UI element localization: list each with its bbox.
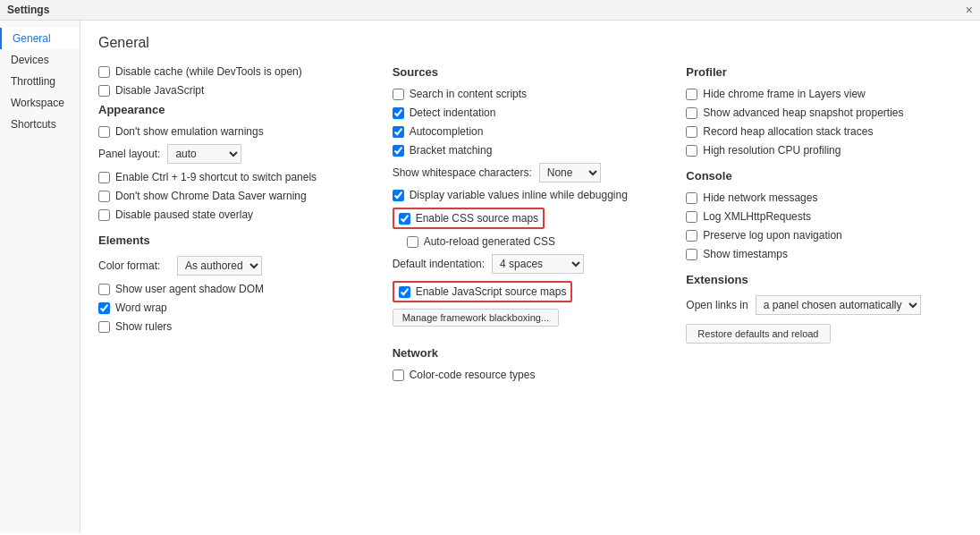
high-resolution-cpu-checkbox[interactable] bbox=[686, 145, 697, 157]
col3: Profiler Hide chrome frame in Layers vie… bbox=[686, 65, 962, 387]
record-heap-allocation-row: Record heap allocation stack traces bbox=[686, 125, 962, 138]
disable-cache-checkbox[interactable] bbox=[98, 66, 110, 78]
hide-chrome-frame-row: Hide chrome frame in Layers view bbox=[686, 88, 962, 100]
close-button[interactable]: × bbox=[966, 4, 973, 16]
dont-show-chrome-data-saver-row: Don't show Chrome Data Saver warning bbox=[98, 190, 375, 202]
autocompletion-checkbox[interactable] bbox=[393, 126, 404, 138]
sidebar-item-general[interactable]: General bbox=[0, 28, 80, 49]
bracket-matching-row: Bracket matching bbox=[393, 144, 669, 157]
search-content-scripts-label: Search in content scripts bbox=[410, 88, 527, 100]
whitespace-row: Show whitespace characters: None All Tra… bbox=[393, 163, 669, 183]
default-indentation-label: Default indentation: bbox=[393, 258, 485, 270]
settings-title: Settings bbox=[7, 4, 49, 16]
console-section: Console Hide network messagesLog XMLHttp… bbox=[686, 169, 962, 260]
open-links-label: Open links in bbox=[686, 299, 748, 311]
extensions-section: Extensions Open links in a panel chosen … bbox=[686, 273, 962, 344]
disable-paused-state-label: Disable paused state overlay bbox=[115, 208, 253, 221]
detect-indentation-checkbox[interactable] bbox=[393, 107, 404, 119]
main-content: General Disable cache (while DevTools is… bbox=[80, 21, 980, 532]
disable-js-label: Disable JavaScript bbox=[115, 84, 204, 97]
record-heap-allocation-label: Record heap allocation stack traces bbox=[703, 125, 873, 138]
enable-css-source-maps-checkbox[interactable] bbox=[399, 213, 410, 225]
enable-css-source-maps-box: Enable CSS source maps bbox=[393, 208, 545, 229]
hide-network-messages-row: Hide network messages bbox=[686, 191, 962, 204]
whitespace-select[interactable]: None All Trailing bbox=[539, 163, 601, 183]
color-code-resource-checkbox[interactable] bbox=[393, 369, 404, 381]
network-title: Network bbox=[393, 346, 669, 360]
elements-title: Elements bbox=[98, 234, 375, 247]
panel-layout-select[interactable]: auto horizontal vertical bbox=[167, 144, 241, 164]
high-resolution-cpu-row: High resolution CPU profiling bbox=[686, 144, 962, 157]
color-code-resource-label: Color-code resource types bbox=[410, 369, 536, 381]
dont-show-chrome-data-saver-checkbox[interactable] bbox=[98, 191, 110, 202]
word-wrap-label: Word wrap bbox=[115, 301, 167, 314]
show-advanced-heap-label: Show advanced heap snapshot properties bbox=[703, 106, 903, 119]
manage-blackboxing-row: Manage framework blackboxing... bbox=[393, 309, 669, 335]
display-variable-values-row: Display variable values inline while deb… bbox=[393, 189, 669, 201]
hide-chrome-frame-label: Hide chrome frame in Layers view bbox=[703, 88, 865, 100]
word-wrap-checkbox[interactable] bbox=[98, 302, 110, 314]
auto-reload-css-label: Auto-reload generated CSS bbox=[424, 235, 555, 248]
dont-show-emulation-checkbox[interactable] bbox=[98, 126, 110, 138]
enable-ctrl-1-9-label: Enable Ctrl + 1-9 shortcut to switch pan… bbox=[115, 171, 317, 183]
restore-defaults-button[interactable]: Restore defaults and reload bbox=[686, 324, 830, 344]
auto-reload-css-checkbox[interactable] bbox=[407, 236, 418, 248]
enable-js-source-maps-checkbox[interactable] bbox=[399, 286, 410, 298]
color-format-label: Color format: bbox=[98, 259, 170, 272]
disable-js-checkbox[interactable] bbox=[98, 85, 110, 97]
record-heap-allocation-checkbox[interactable] bbox=[686, 126, 697, 138]
disable-js-row: Disable JavaScript bbox=[98, 84, 375, 97]
sidebar-item-shortcuts[interactable]: Shortcuts bbox=[0, 114, 80, 135]
hide-network-messages-checkbox[interactable] bbox=[686, 192, 697, 204]
color-format-row: Color format: As authored HEX RGB HSL bbox=[98, 256, 375, 276]
display-variable-values-checkbox[interactable] bbox=[393, 190, 404, 201]
enable-css-source-maps-label: Enable CSS source maps bbox=[416, 212, 538, 225]
dont-show-emulation-row: Don't show emulation warnings bbox=[98, 125, 375, 138]
display-variable-values-label: Display variable values inline while deb… bbox=[410, 189, 628, 201]
detect-indentation-row: Detect indentation bbox=[393, 106, 669, 119]
hide-network-messages-label: Hide network messages bbox=[703, 191, 817, 204]
panel-layout-label: Panel layout: bbox=[98, 148, 160, 160]
col2: Sources Search in content scriptsDetect … bbox=[393, 65, 669, 387]
show-user-agent-shadow-checkbox[interactable] bbox=[98, 284, 110, 295]
detect-indentation-label: Detect indentation bbox=[410, 106, 496, 119]
col1-top-checkboxes: Disable cache (while DevTools is open)Di… bbox=[98, 65, 375, 97]
default-indentation-select[interactable]: 2 spaces 4 spaces 8 spaces Tab character bbox=[492, 254, 584, 274]
default-indentation-row: Default indentation: 2 spaces 4 spaces 8… bbox=[393, 254, 669, 274]
dont-show-emulation-label: Don't show emulation warnings bbox=[115, 125, 264, 138]
show-timestamps-label: Show timestamps bbox=[703, 248, 788, 260]
page-title: General bbox=[98, 35, 962, 51]
show-user-agent-shadow-label: Show user agent shadow DOM bbox=[115, 283, 264, 295]
log-xmlhttp-requests-checkbox[interactable] bbox=[686, 211, 697, 223]
extensions-title: Extensions bbox=[686, 273, 962, 286]
open-links-select[interactable]: a panel chosen automatically main panel bbox=[756, 295, 921, 315]
profiler-title: Profiler bbox=[686, 65, 962, 79]
search-content-scripts-row: Search in content scripts bbox=[393, 88, 669, 100]
word-wrap-row: Word wrap bbox=[98, 301, 375, 314]
log-xmlhttp-requests-label: Log XMLHttpRequests bbox=[703, 210, 811, 223]
open-links-row: Open links in a panel chosen automatical… bbox=[686, 295, 962, 315]
show-timestamps-checkbox[interactable] bbox=[686, 249, 697, 260]
autocompletion-label: Autocompletion bbox=[410, 125, 484, 138]
color-format-select[interactable]: As authored HEX RGB HSL bbox=[177, 256, 262, 276]
disable-paused-state-checkbox[interactable] bbox=[98, 209, 110, 221]
bracket-matching-checkbox[interactable] bbox=[393, 145, 404, 157]
sources-title: Sources bbox=[393, 65, 669, 79]
console-title: Console bbox=[686, 169, 962, 183]
show-rulers-checkbox[interactable] bbox=[98, 321, 110, 333]
preserve-log-checkbox[interactable] bbox=[686, 230, 697, 242]
sidebar: GeneralDevicesThrottlingWorkspaceShortcu… bbox=[0, 21, 80, 532]
hide-chrome-frame-checkbox[interactable] bbox=[686, 89, 697, 100]
sidebar-item-devices[interactable]: Devices bbox=[0, 49, 80, 71]
enable-ctrl-1-9-checkbox[interactable] bbox=[98, 172, 110, 183]
search-content-scripts-checkbox[interactable] bbox=[393, 89, 404, 100]
sidebar-item-workspace[interactable]: Workspace bbox=[0, 92, 80, 114]
disable-cache-row: Disable cache (while DevTools is open) bbox=[98, 65, 375, 78]
show-advanced-heap-checkbox[interactable] bbox=[686, 107, 697, 119]
manage-blackboxing-button[interactable]: Manage framework blackboxing... bbox=[393, 309, 559, 327]
disable-paused-state-row: Disable paused state overlay bbox=[98, 208, 375, 221]
color-code-resource-row: Color-code resource types bbox=[393, 369, 669, 381]
sidebar-item-throttling[interactable]: Throttling bbox=[0, 71, 80, 92]
preserve-log-row: Preserve log upon navigation bbox=[686, 229, 962, 242]
show-rulers-row: Show rulers bbox=[98, 320, 375, 333]
